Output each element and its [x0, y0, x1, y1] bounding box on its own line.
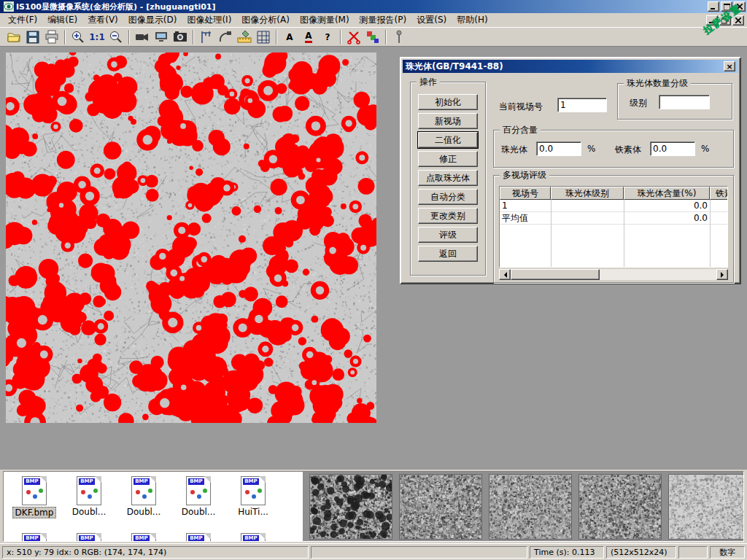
ferrite-input[interactable] — [650, 141, 695, 156]
file-label[interactable]: Doubl... — [179, 507, 218, 517]
toolbar-separator — [276, 30, 277, 44]
menu-item-image-measure[interactable]: 图像测量(M) — [295, 12, 355, 28]
actual-size-button[interactable]: 1:1 — [88, 28, 107, 46]
file-item-partial[interactable]: BMP — [227, 533, 279, 541]
rate-button[interactable]: 评级 — [418, 227, 478, 243]
col-ferrite-header[interactable]: 铁素 — [710, 187, 728, 200]
toolbar-separator — [64, 30, 66, 44]
bmp-badge: BMP — [243, 478, 259, 485]
ferrite-unit: % — [701, 144, 709, 154]
file-item-huiti[interactable]: BMP HuiTi... — [227, 476, 279, 517]
menu-item-report[interactable]: 测量报告(P) — [355, 12, 412, 28]
grading-group-label: 珠光体数量分级 — [624, 78, 691, 88]
file-item-dkf[interactable]: BMP DKF.bmp — [8, 476, 61, 518]
file-label[interactable]: DKF.bmp — [12, 507, 57, 518]
specimen-image[interactable] — [6, 52, 376, 423]
status-coordinates: x: 510 y: 79 idx: 0 RGB: (174, 174, 174) — [2, 546, 309, 559]
micrometer-icon — [218, 30, 233, 44]
current-field-input[interactable] — [557, 98, 607, 112]
toolbar-separator — [385, 30, 387, 44]
file-item-double3[interactable]: BMP Doubl... — [172, 476, 225, 517]
table-row[interactable]: 平均值 0.0 — [500, 212, 727, 225]
workspace: 珠光体(GB/T9441-88) × 操作 初始化 新视场 二值化 修正 点取珠… — [0, 47, 747, 470]
binarize-button[interactable]: 二值化 — [418, 132, 478, 148]
scroll-right-button[interactable] — [716, 269, 728, 280]
table-row[interactable]: 1 0.0 — [500, 200, 727, 212]
current-field-label: 当前视场号 — [499, 101, 543, 113]
open-button[interactable] — [4, 28, 23, 46]
menu-item-image-analysis[interactable]: 图像分析(A) — [236, 12, 295, 28]
bmp-file-icon: BMP — [77, 533, 101, 541]
ruler-button[interactable] — [235, 28, 254, 46]
file-browser: BMP DKF.bmp BMP Doubl... BMP Doubl... BM… — [4, 472, 303, 541]
dialog-close-button[interactable]: × — [724, 61, 735, 71]
menu-item-image-process[interactable]: 图像处理(I) — [182, 12, 236, 28]
micrometer-button[interactable] — [216, 28, 235, 46]
help-button[interactable]: ? — [318, 28, 337, 46]
grid-button[interactable] — [254, 28, 273, 46]
menu-item-view[interactable]: 查看(V) — [82, 12, 123, 28]
file-item-double1[interactable]: BMP Doubl... — [63, 476, 115, 517]
thumbnail-image[interactable] — [668, 474, 744, 540]
file-label[interactable]: HuiTi... — [236, 507, 271, 517]
change-class-button[interactable]: 更改类别 — [418, 208, 478, 224]
menu-item-settings[interactable]: 设置(S) — [411, 12, 452, 28]
level-input[interactable] — [659, 95, 710, 109]
zoom-in-button[interactable] — [69, 28, 88, 46]
help-icon: ? — [325, 32, 330, 42]
file-item-double2[interactable]: BMP Doubl... — [117, 476, 170, 517]
cut-button[interactable] — [344, 28, 363, 46]
bmp-file-icon: BMP — [241, 476, 266, 505]
font-button[interactable]: A — [299, 28, 318, 46]
page-fold — [40, 476, 47, 483]
caliper-button[interactable] — [197, 28, 216, 46]
minimize-button[interactable] — [708, 1, 719, 12]
page-fold — [259, 533, 266, 540]
text-button[interactable]: A — [280, 28, 299, 46]
video-button[interactable] — [133, 28, 152, 46]
init-button[interactable]: 初始化 — [418, 94, 478, 110]
menu-item-edit[interactable]: 编辑(E) — [42, 12, 82, 28]
menu-item-help[interactable]: 帮助(H) — [452, 12, 492, 28]
thumbnail-image[interactable] — [399, 474, 482, 540]
toolbar-separator — [340, 30, 341, 44]
menu-item-image-display[interactable]: 图像显示(D) — [123, 12, 182, 28]
auto-classify-button[interactable]: 自动分类 — [418, 189, 478, 205]
pin-button[interactable] — [390, 28, 409, 46]
rgb-button[interactable] — [363, 28, 382, 46]
scrollbar-thumb[interactable] — [511, 269, 600, 280]
col-field-header[interactable]: 视场号 — [500, 187, 551, 200]
file-label[interactable]: Doubl... — [125, 507, 163, 517]
file-item-partial[interactable]: BMP — [8, 533, 61, 541]
pick-pearlite-button[interactable]: 点取珠光体 — [418, 170, 478, 186]
new-field-button[interactable]: 新视场 — [418, 113, 478, 129]
caliper-icon — [199, 30, 214, 44]
bmp-badge: BMP — [188, 478, 204, 485]
page-fold — [150, 533, 156, 540]
dialog-title-bar[interactable]: 珠光体(GB/T9441-88) × — [403, 60, 738, 73]
correct-button[interactable]: 修正 — [418, 151, 478, 167]
col-level-header[interactable]: 珠光体级别 — [551, 187, 624, 200]
column-divider — [710, 200, 711, 268]
table-horizontal-scrollbar[interactable] — [499, 269, 728, 280]
menu-item-file[interactable]: 文件(F) — [3, 12, 42, 28]
return-button[interactable]: 返回 — [418, 246, 478, 262]
bmp-file-icon: BMP — [77, 476, 101, 505]
display-button[interactable] — [152, 28, 171, 46]
camera-button[interactable] — [171, 28, 190, 46]
file-item-partial[interactable]: BMP — [117, 533, 170, 541]
pearlite-input[interactable] — [536, 141, 581, 156]
thumbnail-image[interactable] — [309, 474, 392, 540]
file-item-partial[interactable]: BMP — [172, 533, 225, 541]
file-item-partial[interactable]: BMP — [63, 533, 115, 541]
col-content-header[interactable]: 珠光体含量(%) — [624, 187, 710, 200]
multifield-group: 多视场评级 视场号 珠光体级别 珠光体含量(%) 铁素 — [493, 175, 734, 283]
zoom-out-button[interactable] — [107, 28, 125, 46]
bmp-file-icon: BMP — [22, 476, 47, 505]
thumbnail-image[interactable] — [578, 474, 662, 540]
scroll-left-button[interactable] — [499, 269, 511, 280]
print-button[interactable] — [42, 28, 61, 46]
file-label[interactable]: Doubl... — [70, 507, 109, 517]
thumbnail-image[interactable] — [489, 474, 572, 540]
save-button[interactable] — [23, 28, 42, 46]
